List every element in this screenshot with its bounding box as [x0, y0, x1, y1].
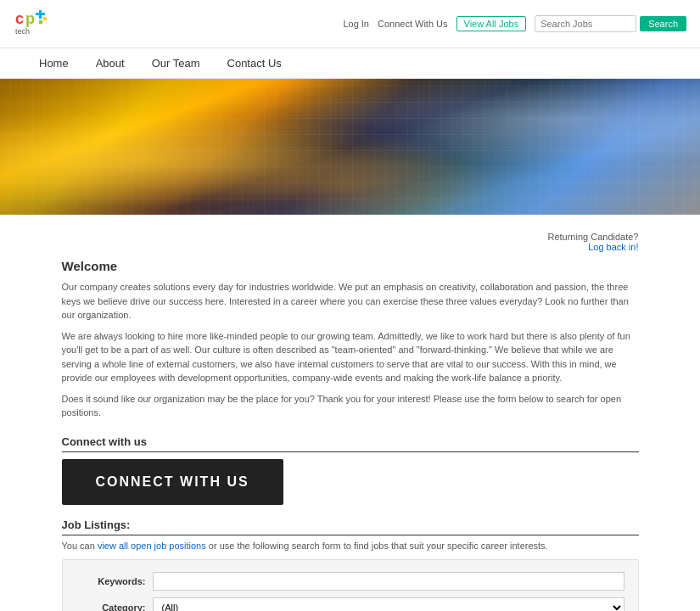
svg-rect-3 [36, 13, 45, 15]
welcome-para2: We are always looking to hire more like-… [62, 329, 639, 385]
top-search-button[interactable]: Search [640, 16, 686, 31]
svg-text:tech: tech [15, 27, 30, 36]
connect-heading: Connect with us [62, 435, 639, 452]
connect-button-wrap: CONNECT WITH US [62, 459, 639, 505]
nav-our-team[interactable]: Our Team [138, 48, 214, 78]
nav-about[interactable]: About [82, 48, 138, 78]
keywords-label: Keywords: [76, 576, 153, 586]
returning-text: Returning Candidate? [547, 232, 638, 242]
svg-text:c: c [15, 10, 24, 27]
login-link[interactable]: Log In [343, 19, 369, 29]
log-back-in-link[interactable]: Log back in! [588, 242, 638, 252]
svg-rect-4 [39, 20, 42, 24]
desc-suffix: or use the following search form to find… [206, 541, 548, 551]
svg-rect-5 [43, 17, 47, 20]
category-row: Category: (All) [76, 597, 624, 612]
connect-with-us-link[interactable]: Connect With Us [378, 19, 448, 29]
view-all-jobs-link[interactable]: View All Jobs [456, 16, 527, 31]
job-listings-heading: Job Listings: [62, 519, 639, 535]
nav-home[interactable]: Home [25, 48, 82, 78]
job-search-form: Keywords: Category: (All) Position Type:… [62, 559, 639, 612]
nav-contact-us[interactable]: Contact Us [214, 48, 295, 78]
hero-image [0, 79, 700, 215]
welcome-heading: Welcome [62, 259, 639, 273]
logo: c p tech [14, 7, 56, 41]
logo-icon: c p tech [14, 7, 56, 41]
connect-with-us-button[interactable]: CONNECT WITH US [62, 459, 283, 505]
category-label: Category: [76, 603, 153, 612]
top-search-form: Search [535, 15, 686, 32]
keywords-row: Keywords: [76, 572, 624, 591]
welcome-para1: Our company creates solutions every day … [62, 280, 639, 322]
top-links: Log In Connect With Us View All Jobs Sea… [343, 15, 686, 32]
connect-section: Connect with us CONNECT WITH US [62, 435, 639, 505]
job-listings-section: Job Listings: You can view all open job … [62, 519, 639, 612]
main-content: Returning Candidate? Log back in! Welcom… [53, 215, 647, 611]
desc-prefix: You can [62, 541, 98, 551]
top-search-input[interactable] [535, 15, 636, 32]
welcome-para3: Does it sound like our organization may … [62, 392, 639, 420]
welcome-section: Welcome Our company creates solutions ev… [62, 259, 639, 420]
category-select[interactable]: (All) [153, 597, 624, 612]
top-bar: c p tech Log In Connect With Us View All… [0, 0, 700, 48]
svg-text:p: p [25, 10, 35, 27]
main-nav: Home About Our Team Contact Us [0, 48, 700, 79]
view-all-positions-link[interactable]: view all open job positions [98, 541, 206, 551]
returning-candidate: Returning Candidate? Log back in! [62, 232, 639, 252]
keywords-input[interactable] [153, 572, 624, 591]
job-listings-description: You can view all open job positions or u… [62, 541, 639, 551]
